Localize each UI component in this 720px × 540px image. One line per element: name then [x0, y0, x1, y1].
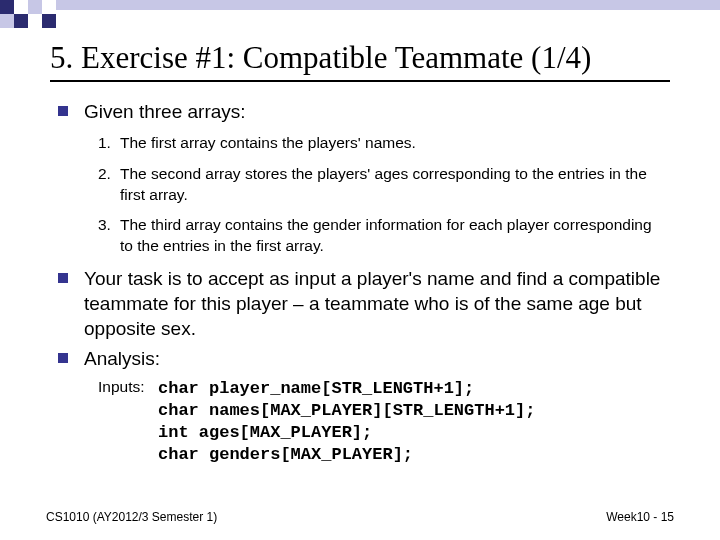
- bullet-item: Given three arrays:: [58, 100, 668, 125]
- square-bullet-icon: [58, 106, 68, 116]
- inputs-block: Inputs: char player_name[STR_LENGTH+1]; …: [98, 378, 668, 466]
- bullet-item: Your task is to accept as input a player…: [58, 267, 668, 341]
- list-number: 3.: [98, 215, 120, 257]
- bullet-text: Your task is to accept as input a player…: [84, 267, 668, 341]
- footer-course-info: CS1010 (AY2012/3 Semester 1): [46, 510, 217, 524]
- list-text: The third array contains the gender info…: [120, 215, 668, 257]
- code-line: char player_name[STR_LENGTH+1];: [158, 379, 474, 398]
- numbered-list: 1. The first array contains the players'…: [98, 133, 668, 258]
- bullet-text: Analysis:: [84, 347, 160, 372]
- slide-title: 5. Exercise #1: Compatible Teammate (1/4…: [50, 40, 591, 76]
- code-block: char player_name[STR_LENGTH+1]; char nam…: [158, 378, 535, 466]
- list-text: The second array stores the players' age…: [120, 164, 668, 206]
- slide-decoration: [0, 0, 720, 28]
- list-item: 1. The first array contains the players'…: [98, 133, 668, 154]
- footer-page-number: Week10 - 15: [606, 510, 674, 524]
- list-item: 2. The second array stores the players' …: [98, 164, 668, 206]
- bullet-item: Analysis:: [58, 347, 668, 372]
- inputs-label: Inputs:: [98, 378, 158, 466]
- list-number: 1.: [98, 133, 120, 154]
- list-text: The first array contains the players' na…: [120, 133, 416, 154]
- list-item: 3. The third array contains the gender i…: [98, 215, 668, 257]
- slide-body: Given three arrays: 1. The first array c…: [58, 100, 668, 466]
- code-line: char genders[MAX_PLAYER];: [158, 445, 413, 464]
- code-line: int ages[MAX_PLAYER];: [158, 423, 372, 442]
- code-line: char names[MAX_PLAYER][STR_LENGTH+1];: [158, 401, 535, 420]
- square-bullet-icon: [58, 273, 68, 283]
- square-bullet-icon: [58, 353, 68, 363]
- list-number: 2.: [98, 164, 120, 206]
- title-underline: [50, 80, 670, 82]
- bullet-text: Given three arrays:: [84, 100, 246, 125]
